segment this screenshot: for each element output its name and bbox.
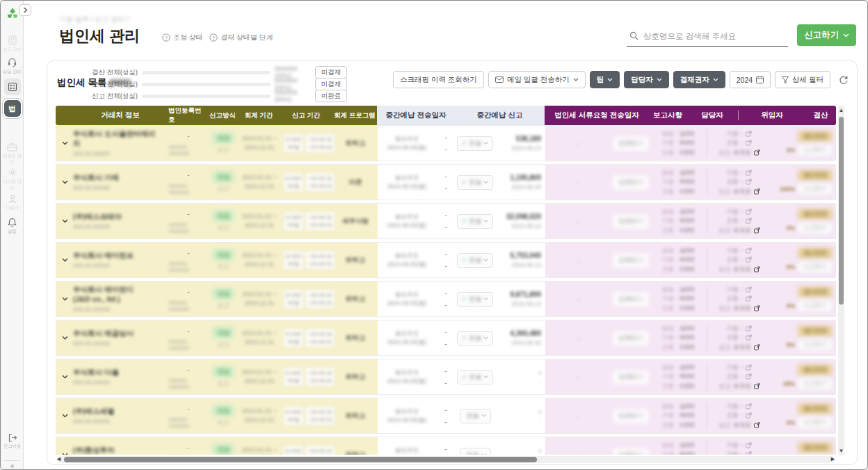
- settlement-action-button[interactable]: 신고하기: [798, 378, 833, 390]
- edit-icon[interactable]: [746, 325, 752, 332]
- year-picker-button[interactable]: 2024: [730, 71, 771, 88]
- edit-icon[interactable]: [754, 266, 760, 273]
- scroll-down-arrow-icon[interactable]: ▼: [838, 448, 844, 454]
- interim-filing-cell[interactable]: ✓ 전송: [456, 243, 495, 277]
- edit-icon[interactable]: [746, 403, 752, 410]
- client-name-cell[interactable]: 주식회사 다올 000-00-00000: [73, 359, 169, 394]
- edit-icon[interactable]: [746, 179, 752, 185]
- edit-icon[interactable]: [754, 188, 760, 195]
- edit-icon[interactable]: [746, 131, 752, 137]
- col-manager[interactable]: 담당자: [686, 106, 738, 125]
- edit-icon[interactable]: [746, 373, 752, 380]
- edit-icon[interactable]: [746, 140, 752, 146]
- interim-filing-cell[interactable]: ✓ 전송: [456, 165, 495, 200]
- row-expand-chevron-icon[interactable]: [56, 243, 73, 277]
- scraping-history-button[interactable]: 스크래핑 이력 조회하기: [393, 71, 484, 88]
- table-row[interactable]: 주식회사 다올 000-00-00000 - 000000-0000000 성실…: [56, 359, 836, 395]
- sidebar-item-logout[interactable]: 로그아웃: [1, 433, 24, 450]
- table-row[interactable]: (주)환성투자 000-00-00000 - 000000-0000000 성실…: [56, 437, 836, 455]
- edit-icon[interactable]: [754, 383, 760, 389]
- sidebar-item-list[interactable]: [1, 79, 24, 95]
- edit-icon[interactable]: [754, 227, 760, 234]
- interim-filing-cell[interactable]: 전송: [456, 437, 495, 455]
- client-name-cell[interactable]: (주)에스프테라 000-00-00000: [73, 204, 169, 238]
- bulk-mail-button[interactable]: 메일 일괄 전송하기: [488, 71, 586, 88]
- interim-filing-cell[interactable]: ✓ 전송: [456, 321, 495, 355]
- col-acct-program[interactable]: 회계 프로그램: [332, 106, 377, 125]
- col-filing-method[interactable]: 신고방식: [207, 106, 238, 125]
- vertical-scrollbar[interactable]: ▲ ▼: [838, 106, 844, 455]
- team-filter-button[interactable]: 팀: [590, 71, 620, 88]
- horizontal-scrollbar[interactable]: ◄ ►: [57, 456, 835, 463]
- sidebar-item-alarm[interactable]: 알림: [1, 218, 24, 235]
- col-corp-reg-no[interactable]: 법인등록번호: [168, 106, 207, 125]
- edit-icon[interactable]: [746, 170, 752, 176]
- client-name-cell[interactable]: (주)에스셰렐 000-00-00000: [73, 398, 169, 433]
- sidebar-item-counsel[interactable]: 상담 관리: [1, 58, 24, 75]
- edit-icon[interactable]: [746, 334, 752, 341]
- client-name-cell[interactable]: 주식회사 가제 000-00-00000: [73, 165, 169, 200]
- col-interim-filing[interactable]: 중간예납 신고: [455, 106, 545, 125]
- scroll-right-arrow-icon[interactable]: ►: [830, 455, 836, 462]
- edit-icon[interactable]: [746, 412, 752, 419]
- row-expand-chevron-icon[interactable]: [56, 126, 73, 161]
- status-filter-button[interactable]: 미완료: [315, 90, 347, 102]
- sidebar-expand-button[interactable]: [19, 4, 31, 16]
- table-row[interactable]: 주식회사 메이런프 000-00-00000 - 000000-0000000 …: [56, 242, 836, 278]
- col-acct-period[interactable]: 회계 기간: [238, 106, 280, 125]
- manager-filter-button[interactable]: 담당자: [624, 71, 669, 88]
- interim-filing-cell[interactable]: ✓ 전송: [456, 126, 495, 161]
- search-input[interactable]: [643, 32, 775, 40]
- row-expand-chevron-icon[interactable]: [56, 321, 73, 355]
- row-expand-chevron-icon[interactable]: [56, 437, 73, 455]
- row-expand-chevron-icon[interactable]: [56, 282, 73, 316]
- report-cell[interactable]: 등록하기: [612, 437, 650, 455]
- edit-icon[interactable]: [746, 451, 752, 455]
- report-cell[interactable]: 등록하기: [612, 282, 650, 316]
- table-row[interactable]: 주식회사 메이런디 (J&D co., ltd.) 000-00-00000 -…: [56, 281, 836, 317]
- edit-icon[interactable]: [746, 257, 752, 263]
- app-logo-icon[interactable]: [6, 6, 19, 20]
- edit-icon[interactable]: [746, 209, 752, 215]
- status-filter-button[interactable]: 미결재: [315, 66, 347, 79]
- table-row[interactable]: (주)에스프테라 000-00-00000 - 000000-0000000 성…: [56, 203, 836, 239]
- approver-filter-button[interactable]: 결재권자: [673, 71, 725, 88]
- sidebar-item-system[interactable]: 시스템 관리: [1, 168, 24, 192]
- edit-icon[interactable]: [746, 218, 752, 224]
- interim-filing-cell[interactable]: ✓ 전송: [456, 359, 495, 394]
- row-expand-chevron-icon[interactable]: [56, 165, 73, 200]
- settlement-action-button[interactable]: 신고하기: [798, 261, 833, 273]
- settlement-action-button[interactable]: 신고하기: [798, 300, 833, 312]
- client-name-cell[interactable]: (주)환성투자 000-00-00000: [73, 437, 169, 455]
- settlement-action-button[interactable]: 신고하기: [798, 183, 833, 195]
- edit-icon[interactable]: [754, 305, 760, 311]
- horizontal-scroll-thumb[interactable]: [64, 457, 537, 462]
- refresh-icon[interactable]: [839, 75, 849, 85]
- client-name-cell[interactable]: 주식회사 메이런프 000-00-00000: [73, 243, 169, 277]
- interim-filing-cell[interactable]: ✓ 전송: [456, 282, 495, 316]
- vertical-scroll-thumb[interactable]: [839, 117, 844, 305]
- breadcrumb[interactable]: 기장 업무 / 신고 관리 /: [59, 15, 128, 24]
- table-row[interactable]: (주)에스셰렐 000-00-00000 - 000000-0000000 성실…: [56, 398, 836, 434]
- status-help-badge-2[interactable]: ? 결재 상태별 단계: [209, 33, 273, 42]
- row-expand-chevron-icon[interactable]: [56, 359, 73, 394]
- edit-icon[interactable]: [754, 344, 760, 350]
- table-row[interactable]: 주식회사 도서울판터메리 치 000-00-00000 - 000000-000…: [56, 125, 836, 161]
- sidebar-item-consulting[interactable]: 컨설팅 업무: [1, 143, 24, 166]
- sidebar-item-user[interactable]: 이용자: [1, 194, 24, 211]
- report-button[interactable]: 신고하기: [797, 24, 856, 46]
- col-client-info[interactable]: 거래처 정보: [72, 106, 168, 125]
- report-cell[interactable]: 등록하기: [612, 204, 650, 238]
- report-cell[interactable]: 등록하기: [612, 321, 650, 355]
- client-name-cell[interactable]: 주식회사 메이런디 (J&D co., ltd.) 000-00-00000: [73, 282, 169, 316]
- scroll-up-arrow-icon[interactable]: ▲: [838, 107, 844, 113]
- status-help-badge-1[interactable]: ? 조정 상태: [162, 33, 203, 42]
- col-delegate[interactable]: 위임자: [739, 106, 805, 125]
- edit-icon[interactable]: [746, 364, 752, 371]
- report-cell[interactable]: 등록하기: [612, 243, 650, 277]
- col-doc-request-date[interactable]: 법인세 서류요청 전송일자: [545, 106, 649, 125]
- col-settlement[interactable]: 결산: [805, 106, 836, 125]
- edit-icon[interactable]: [746, 248, 752, 254]
- report-cell[interactable]: 등록하기: [612, 165, 650, 200]
- settlement-action-button[interactable]: 신고하기: [798, 339, 833, 351]
